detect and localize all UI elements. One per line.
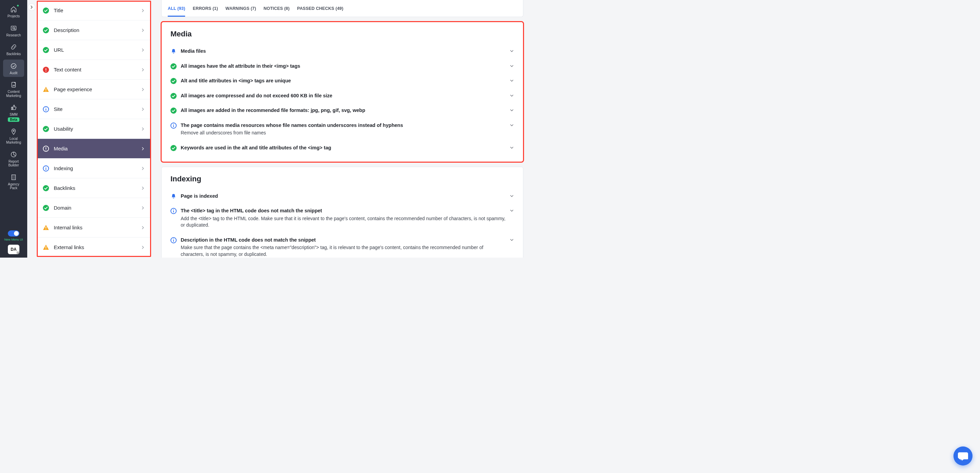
chevron-down-icon xyxy=(509,237,514,242)
chevron-down-icon xyxy=(509,145,514,150)
nav-rail: ProjectsResearchBacklinksAuditContent Ma… xyxy=(0,0,27,258)
nav-label: Report Builder xyxy=(4,159,24,167)
category-label: Site xyxy=(54,106,140,112)
status-pass-icon xyxy=(43,205,49,211)
chevron-right-icon xyxy=(140,225,145,230)
status-notice-icon xyxy=(43,106,49,112)
check-subtitle: Add the <title> tag to the HTML code. Ma… xyxy=(181,215,507,229)
tab-warnings[interactable]: WARNINGS (7) xyxy=(226,0,256,17)
status-pass-icon xyxy=(170,63,177,69)
check-row[interactable]: Keywords are used in the alt and title a… xyxy=(170,140,514,156)
status-notice-icon xyxy=(170,237,177,243)
nav-item-agency[interactable]: Agency Pack xyxy=(3,171,24,192)
category-item-sbacklinks[interactable]: Backlinks xyxy=(37,178,151,198)
status-pass-icon xyxy=(43,126,49,132)
status-warn-icon xyxy=(43,225,49,231)
category-item-site[interactable]: Site xyxy=(37,99,151,119)
status-notice-icon xyxy=(43,166,49,172)
category-item-text[interactable]: Text content xyxy=(37,60,151,80)
check-row[interactable]: Page is indexed xyxy=(170,189,514,204)
category-label: Text content xyxy=(54,67,140,72)
category-item-intlinks[interactable]: Internal links xyxy=(37,218,151,237)
check-title: Keywords are used in the alt and title a… xyxy=(181,145,507,151)
category-item-extlinks[interactable]: External links xyxy=(37,237,151,257)
content-icon xyxy=(10,81,18,89)
check-row[interactable]: All images are added in the recommended … xyxy=(170,103,514,118)
nav-label: Content Marketing xyxy=(4,90,24,98)
check-row[interactable]: Description in the HTML code does not ma… xyxy=(170,233,514,258)
category-item-media[interactable]: Media xyxy=(37,139,151,159)
status-ring-icon xyxy=(43,146,49,152)
check-title: The <title> tag in the HTML code does no… xyxy=(181,207,507,214)
check-row[interactable]: All images are compressed and do not exc… xyxy=(170,89,514,104)
chevron-down-icon xyxy=(509,49,514,53)
check-row[interactable]: The <title> tag in the HTML code does no… xyxy=(170,204,514,233)
category-item-indexing[interactable]: Indexing xyxy=(37,159,151,178)
section-media: MediaMedia filesAll images have the alt … xyxy=(161,22,523,162)
tab-errors[interactable]: ERRORS (1) xyxy=(192,0,218,17)
nav-label: Audit xyxy=(10,71,18,75)
status-pass-icon xyxy=(43,47,49,53)
category-item-url[interactable]: URL xyxy=(37,40,151,60)
check-title: Description in the HTML code does not ma… xyxy=(181,237,507,244)
chevron-down-icon xyxy=(509,64,514,68)
chevron-right-icon xyxy=(140,28,145,33)
backlinks-icon xyxy=(10,43,18,51)
category-panel: TitleDescriptionURLText contentPage expe… xyxy=(37,1,151,257)
category-item-pagex[interactable]: Page experience xyxy=(37,80,151,99)
report-icon xyxy=(10,151,18,158)
category-label: Description xyxy=(54,27,140,33)
nav-label: Research xyxy=(6,33,21,37)
nav-item-backlinks[interactable]: Backlinks xyxy=(3,40,24,58)
category-label: Indexing xyxy=(54,166,140,171)
category-item-domain[interactable]: Domain xyxy=(37,198,151,218)
nav-item-projects[interactable]: Projects xyxy=(3,3,24,21)
nav-item-audit[interactable]: Audit xyxy=(3,59,24,77)
status-bell-icon xyxy=(170,48,177,54)
sidebar-collapse-handle[interactable] xyxy=(28,3,35,11)
nav-label: Projects xyxy=(8,14,20,18)
check-title: All images have the alt attribute in the… xyxy=(181,63,507,70)
category-item-usability[interactable]: Usability xyxy=(37,119,151,139)
check-subtitle: Remove all underscores from file names xyxy=(181,130,507,137)
gear-icon xyxy=(16,251,20,255)
nav-item-research[interactable]: Research xyxy=(3,22,24,40)
nav-label: Agency Pack xyxy=(4,182,24,190)
chevron-right-icon xyxy=(140,147,145,151)
nav-item-local[interactable]: Local Marketing xyxy=(3,125,24,147)
nav-item-content[interactable]: Content Marketing xyxy=(3,78,24,100)
chevron-down-icon xyxy=(509,208,514,213)
tab-notices[interactable]: NOTICES (8) xyxy=(264,0,290,17)
nav-item-report[interactable]: Report Builder xyxy=(3,148,24,169)
check-row[interactable]: All images have the alt attribute in the… xyxy=(170,59,514,74)
check-row[interactable]: The page contains media resources whose … xyxy=(170,118,514,140)
chevron-right-icon xyxy=(140,87,145,92)
tab-passed[interactable]: PASSED CHECKS (49) xyxy=(297,0,343,17)
status-pass-icon xyxy=(43,27,49,33)
nav-item-smm[interactable]: SMMBeta xyxy=(3,101,24,124)
nav-label: SMM xyxy=(10,113,18,117)
tabs-bar: ALL (93)ERRORS (1)WARNINGS (7)NOTICES (8… xyxy=(161,0,523,17)
check-subtitle: Make sure that the page contains the <me… xyxy=(181,244,507,258)
chevron-down-icon xyxy=(509,123,514,127)
nav-label: Backlinks xyxy=(6,52,21,56)
check-title: Media files xyxy=(181,48,507,55)
category-item-description[interactable]: Description xyxy=(37,21,151,40)
chevron-down-icon xyxy=(509,108,514,113)
chevron-right-icon xyxy=(140,8,145,13)
da-badge[interactable]: DA xyxy=(8,245,19,254)
audit-icon xyxy=(10,62,18,70)
section-title: Media xyxy=(170,30,514,38)
tab-all[interactable]: ALL (93) xyxy=(168,0,185,17)
status-bell-icon xyxy=(170,193,177,199)
check-row[interactable]: Media files xyxy=(170,44,514,59)
category-label: Page experience xyxy=(54,86,140,92)
check-row[interactable]: Alt and title attributes in <img> tags a… xyxy=(170,73,514,89)
check-title: Page is indexed xyxy=(181,193,507,200)
category-item-title[interactable]: Title xyxy=(37,1,151,21)
new-menu-toggle[interactable] xyxy=(8,230,19,237)
category-label: Internal links xyxy=(54,225,140,230)
category-label: Title xyxy=(54,8,140,13)
category-label: Domain xyxy=(54,205,140,211)
status-notice-icon xyxy=(170,208,177,214)
